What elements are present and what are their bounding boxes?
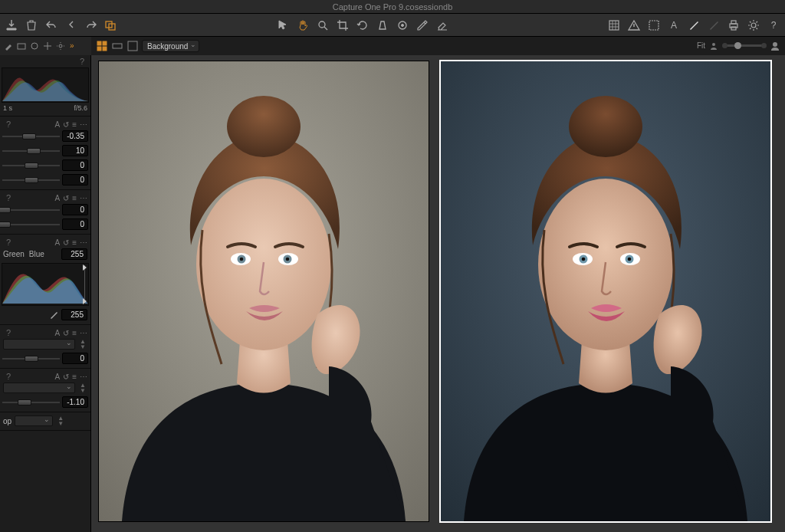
svg-point-40 — [582, 258, 586, 261]
slider-saturation[interactable]: 0 — [0, 172, 90, 187]
panel-auto-icon[interactable]: A — [54, 194, 60, 202]
white-picker[interactable] — [685, 17, 702, 34]
cursor-pointer[interactable] — [274, 17, 291, 34]
panel-reset-icon[interactable]: ↺ — [63, 120, 69, 129]
panel-more-icon[interactable]: ⋯ — [80, 329, 87, 337]
svg-point-22 — [712, 43, 715, 46]
viewmode-filmstrip[interactable] — [111, 41, 123, 51]
levels-channel-tabs[interactable]: Green Blue 255 — [0, 247, 90, 261]
undo-button[interactable] — [43, 17, 60, 34]
svg-point-4 — [402, 24, 404, 26]
zoom-user-icon[interactable] — [708, 41, 719, 51]
panel-more-icon[interactable]: ⋯ — [80, 120, 87, 129]
panel-menu-icon[interactable]: ≡ — [72, 120, 77, 129]
annotations-toggle[interactable]: A — [665, 17, 682, 34]
panel-more-icon[interactable]: ⋯ — [80, 194, 87, 202]
panel-auto-icon[interactable]: A — [54, 373, 60, 381]
clarity-method-select[interactable] — [3, 339, 75, 350]
slider-contrast[interactable]: 10 — [0, 143, 90, 158]
profile-icon[interactable] — [770, 41, 780, 51]
work-area: ? 1 s f/5.6 ? A ↺ ≡ ⋯ — [0, 55, 785, 532]
levels-help-icon[interactable]: ? — [3, 238, 14, 247]
panel-menu-icon[interactable]: ≡ — [72, 329, 77, 337]
viewmode-grid[interactable] — [96, 41, 108, 51]
cursor-mask-draw[interactable] — [414, 17, 431, 34]
panel-reset-icon[interactable]: ↺ — [63, 373, 69, 381]
viewer[interactable] — [91, 55, 785, 532]
slider-brightness[interactable]: 0 — [0, 158, 90, 172]
clarity-help-icon[interactable]: ? — [3, 328, 14, 337]
panel-menu-icon[interactable]: ≡ — [72, 238, 77, 247]
cursor-keystone[interactable] — [374, 17, 391, 34]
tooltab-prefs[interactable] — [55, 41, 66, 51]
vignetting-stepper[interactable]: ▲▼ — [78, 383, 87, 393]
slider-exposure[interactable]: -0.35 — [0, 129, 90, 143]
exposure-warning-icon[interactable] — [626, 17, 642, 34]
viewmode-list[interactable] — [126, 41, 139, 51]
slider-highlight[interactable]: 0 — [0, 202, 90, 217]
panel-more-icon[interactable]: ⋯ — [80, 238, 87, 247]
slider-clarity[interactable]: 0 — [0, 351, 90, 366]
histogram-panel: ? 1 s f/5.6 — [0, 55, 90, 117]
tooltab-color[interactable] — [29, 41, 40, 51]
histogram[interactable] — [2, 67, 89, 103]
zoom-readout: Fit — [697, 41, 705, 50]
black-picker[interactable] — [705, 17, 722, 34]
import-button[interactable] — [3, 17, 20, 34]
panel-auto-icon[interactable]: A — [54, 238, 60, 247]
preferences-button[interactable] — [745, 17, 762, 34]
vignetting-method-select[interactable] — [3, 383, 75, 393]
tooltab-library[interactable] — [3, 41, 14, 51]
panel-reset-icon[interactable]: ↺ — [63, 238, 69, 247]
photo-variant-edited[interactable] — [441, 61, 770, 521]
zoom-slider[interactable] — [725, 44, 764, 47]
slider-shadow[interactable]: 0 — [0, 217, 90, 232]
panel-auto-icon[interactable]: A — [54, 329, 60, 337]
panel-help-icon[interactable]: ? — [77, 57, 87, 66]
levels-output-high[interactable]: 255 — [61, 309, 87, 320]
slider-vignetting[interactable]: -1.10 — [0, 395, 90, 409]
levels-histogram[interactable] — [2, 263, 89, 306]
clarity-stepper[interactable]: ▲▼ — [78, 339, 87, 350]
tooltab-row: » — [0, 37, 91, 55]
panel-reset-icon[interactable]: ↺ — [63, 329, 69, 337]
crop-stepper[interactable]: ▲▼ — [56, 415, 65, 426]
exposure-help-icon[interactable]: ? — [3, 120, 14, 129]
hdr-help-icon[interactable]: ? — [3, 193, 14, 202]
panel-menu-icon[interactable]: ≡ — [72, 194, 77, 202]
cursor-mask-erase[interactable] — [434, 17, 451, 34]
levels-channel-blue[interactable]: Blue — [29, 250, 44, 258]
redo-button[interactable] — [83, 17, 100, 34]
exposure-panel: ? A ↺ ≡ ⋯ -0.35 10 0 0 — [0, 117, 90, 190]
focus-mask-toggle[interactable] — [645, 17, 662, 34]
cursor-spot[interactable] — [394, 17, 411, 34]
tooltab-capture[interactable] — [16, 41, 27, 51]
levels-picker-icon[interactable] — [49, 310, 58, 320]
help-button[interactable]: ? — [765, 17, 782, 34]
undo-step-button[interactable] — [63, 17, 80, 34]
panel-reset-icon[interactable]: ↺ — [63, 194, 69, 202]
svg-rect-10 — [731, 27, 736, 30]
grid-toggle[interactable] — [606, 17, 622, 34]
panel-more-icon[interactable]: ⋯ — [80, 373, 87, 381]
cursor-hand[interactable] — [294, 17, 311, 34]
levels-channel-green[interactable]: Green — [3, 250, 25, 258]
crop-ratio-select[interactable] — [15, 415, 53, 426]
levels-input-high[interactable]: 255 — [61, 248, 87, 260]
svg-rect-20 — [113, 44, 122, 48]
cursor-crop[interactable] — [334, 17, 351, 34]
cursor-loupe[interactable] — [314, 17, 331, 34]
panel-auto-icon[interactable]: A — [54, 120, 60, 129]
sub-toolbar: » Background Fit — [0, 37, 785, 55]
panel-menu-icon[interactable]: ≡ — [72, 373, 77, 381]
cursor-rotate[interactable] — [354, 17, 371, 34]
multiview-button[interactable] — [103, 17, 120, 34]
print-button[interactable] — [725, 17, 742, 34]
browser-filter-select[interactable]: Background — [142, 40, 199, 52]
svg-point-31 — [240, 258, 244, 261]
tooltab-expand[interactable]: » — [68, 41, 76, 50]
trash-button[interactable] — [23, 17, 40, 34]
tooltab-exposure[interactable] — [42, 41, 53, 51]
photo-variant-original[interactable] — [99, 61, 429, 521]
vignetting-help-icon[interactable]: ? — [3, 372, 14, 381]
